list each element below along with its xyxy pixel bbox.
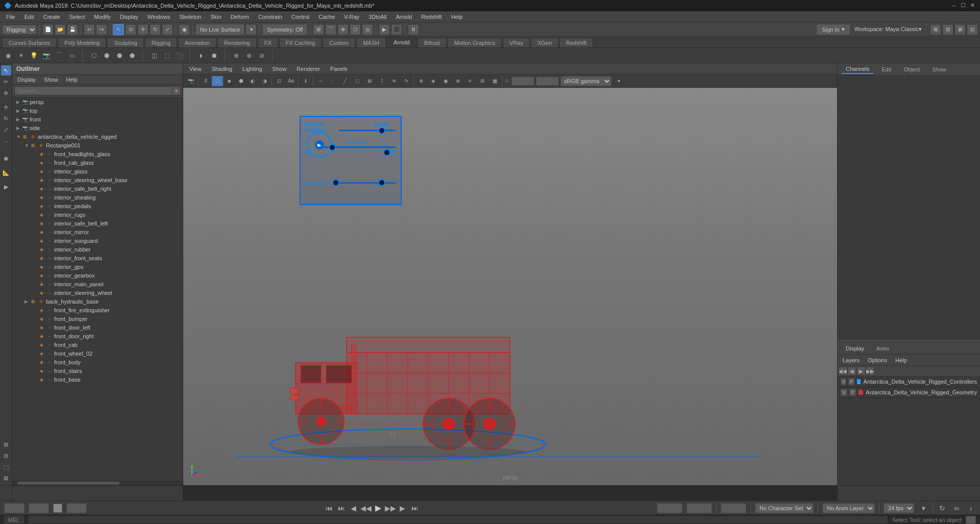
workflow-tab-custom[interactable]: Custom bbox=[323, 38, 355, 47]
save-btn[interactable]: 💾 bbox=[67, 24, 78, 35]
tree-item[interactable]: ◈→interior_pedals bbox=[12, 202, 183, 210]
vp-wire-btn[interactable]: ⬡ bbox=[212, 76, 223, 86]
layer-p-btn-1[interactable]: P bbox=[848, 378, 854, 385]
no-character-select[interactable]: No Character Set bbox=[755, 503, 814, 513]
tree-item[interactable]: ◈→interior_sheating bbox=[12, 193, 183, 202]
tree-item[interactable]: ▶📷persp bbox=[12, 97, 183, 106]
pause-btn[interactable]: ⏸ bbox=[408, 24, 419, 35]
menu-item-3dtoall[interactable]: 3DtoAll bbox=[364, 13, 390, 21]
vp-menu-panels[interactable]: Panels bbox=[326, 65, 352, 73]
outliner-tree[interactable]: ▶📷persp▶📷top▶📷front▶📷side▼⊞⊛antarctica_d… bbox=[12, 97, 183, 481]
layer-btn-4[interactable]: ⊠ bbox=[1, 473, 11, 483]
playback-prev-prev-btn[interactable]: ⏮ bbox=[324, 503, 334, 513]
render-btn[interactable]: ▶ bbox=[379, 24, 390, 35]
menu-item-display[interactable]: Display bbox=[116, 13, 142, 21]
vp-shadow-btn[interactable]: ◈ bbox=[428, 76, 439, 86]
vp-face-btn[interactable]: ◻ bbox=[352, 76, 363, 86]
vp-solid-btn[interactable]: ■ bbox=[224, 76, 235, 86]
layer-v-btn-2[interactable]: V bbox=[841, 389, 847, 396]
menu-item-v-ray[interactable]: V-Ray bbox=[340, 13, 363, 21]
menu-item-skeleton[interactable]: Skeleton bbox=[175, 13, 205, 21]
workflow-tab-sculpting[interactable]: Sculpting bbox=[107, 38, 143, 47]
tree-item[interactable]: ◈→interior_mirror bbox=[12, 228, 183, 236]
playback-play-btn[interactable]: ▶ bbox=[373, 503, 383, 513]
tree-expand-arrow[interactable]: ▼ bbox=[24, 143, 30, 148]
command-input[interactable] bbox=[28, 515, 888, 524]
soft-select-btn[interactable]: ◉ bbox=[179, 24, 190, 35]
vp-edge-btn[interactable]: ╱ bbox=[339, 76, 351, 86]
sign-in-dropdown[interactable]: ▾ bbox=[842, 26, 845, 33]
workflow-tab-redshift[interactable]: Redshift bbox=[559, 38, 593, 47]
tree-item[interactable]: ◈→front_door_right bbox=[12, 332, 183, 340]
tree-item[interactable]: ◈→front_stairs bbox=[12, 366, 183, 375]
workflow-tab-motion-graphics[interactable]: Motion Graphics bbox=[448, 38, 502, 47]
menu-item-skin[interactable]: Skin bbox=[206, 13, 225, 21]
tree-item[interactable]: ◈→interior_main_panel bbox=[12, 280, 183, 288]
tree-item[interactable]: ▶⊞⊛back_hydraulic_base bbox=[12, 297, 183, 306]
vp-menu-shading[interactable]: Shading bbox=[208, 65, 236, 73]
menu-item-redshift[interactable]: Redshift bbox=[417, 13, 446, 21]
tree-item[interactable]: ◈→interior_rubber bbox=[12, 245, 183, 254]
viewport-canvas[interactable]: wheels rotation ▶ turns left fron door r… bbox=[183, 88, 837, 485]
surface-icon-btn[interactable]: ▭ bbox=[66, 49, 78, 62]
redo-btn[interactable]: ↪ bbox=[96, 24, 107, 35]
close-btn[interactable]: ✕ bbox=[969, 2, 976, 9]
tree-expand-arrow[interactable]: ▶ bbox=[16, 99, 21, 105]
search-dropdown-btn[interactable]: ▾ bbox=[173, 86, 181, 95]
outliner-menu-help[interactable]: Help bbox=[63, 76, 81, 83]
tab-edit[interactable]: Edit bbox=[877, 65, 895, 73]
vp-hudshow-btn[interactable]: ▦ bbox=[489, 76, 500, 86]
mel-label[interactable]: MEL bbox=[4, 515, 24, 524]
curve-icon-btn[interactable]: ⌒ bbox=[53, 49, 65, 62]
playback-next-frame-btn[interactable]: ▶ bbox=[398, 503, 408, 513]
lasso-btn[interactable]: ⊙ bbox=[125, 24, 136, 35]
new-scene-btn[interactable]: 📄 bbox=[42, 24, 54, 35]
options-menu[interactable]: Options bbox=[865, 357, 890, 364]
tree-item[interactable]: ◈→front_cab bbox=[12, 340, 183, 349]
layout-btn-2[interactable]: ⊟ bbox=[942, 24, 953, 35]
workflow-tab-mash[interactable]: MASH bbox=[356, 38, 386, 47]
workflow-tab-bifrost[interactable]: Bifrost bbox=[418, 38, 447, 47]
vp-menu-show[interactable]: Show bbox=[268, 65, 291, 73]
frame-start-input[interactable]: 1 bbox=[4, 503, 24, 513]
range-start-input[interactable]: 120 bbox=[657, 503, 682, 513]
layout-btn-1[interactable]: ⊞ bbox=[930, 24, 941, 35]
hud-backdoor-handle[interactable] bbox=[332, 179, 339, 186]
hud-stair-handle[interactable] bbox=[378, 179, 385, 186]
hud-door-right-handle[interactable] bbox=[383, 149, 390, 156]
outliner-menu-show[interactable]: Show bbox=[41, 76, 61, 83]
menu-item-deform[interactable]: Deform bbox=[227, 13, 253, 21]
menu-item-windows[interactable]: Windows bbox=[143, 13, 175, 21]
scale-btn[interactable]: ⤢ bbox=[162, 24, 173, 35]
hud-door-left-handle[interactable] bbox=[329, 144, 336, 151]
vp-uvs-btn[interactable]: ⊠ bbox=[364, 76, 375, 86]
menu-item-help[interactable]: Help bbox=[447, 13, 467, 21]
soft-select-left[interactable]: ◉ bbox=[1, 153, 11, 163]
layers-menu[interactable]: Layers bbox=[840, 357, 863, 364]
tree-item[interactable]: ◈→interior_sunguard bbox=[12, 236, 183, 245]
tree-item[interactable]: ◈→interior_steering_wheel bbox=[12, 288, 183, 297]
ipr-btn[interactable]: ⬛ bbox=[391, 24, 402, 35]
camera2-icon-btn[interactable]: 📷 bbox=[40, 49, 53, 62]
range-end-input[interactable]: 120 bbox=[687, 503, 712, 513]
vp-hud-btn[interactable]: ℹ bbox=[300, 76, 311, 86]
workflow-tab-poly-modeling[interactable]: Poly Modeling bbox=[58, 38, 106, 47]
cycle-btn[interactable]: ↻ bbox=[937, 503, 947, 513]
snap-live-btn[interactable]: ◎ bbox=[362, 24, 373, 35]
color-space-select[interactable]: sRGB gamma bbox=[560, 76, 611, 86]
audio-btn[interactable]: ♪ bbox=[966, 503, 976, 513]
snap-point-btn[interactable]: ⊕ bbox=[337, 24, 349, 35]
vp-pt-btn[interactable]: · bbox=[327, 76, 338, 86]
layer-btn-3[interactable]: ⬚ bbox=[1, 462, 11, 472]
vp-cs-btn[interactable]: ▾ bbox=[613, 76, 624, 86]
tree-item[interactable]: ◈→interior_front_seats bbox=[12, 254, 183, 262]
vp-grease-btn[interactable]: ✎ bbox=[401, 76, 412, 86]
mode-select[interactable]: Rigging bbox=[2, 24, 37, 35]
layer-v-btn-1[interactable]: V bbox=[841, 378, 846, 385]
menu-item-edit[interactable]: Edit bbox=[20, 13, 38, 21]
vp-menu-lighting[interactable]: Lighting bbox=[238, 65, 266, 73]
layout-btn-3[interactable]: ⊠ bbox=[954, 24, 966, 35]
rotate-tool[interactable]: ↻ bbox=[1, 113, 11, 123]
tree-item[interactable]: ◈→front_door_left bbox=[12, 323, 183, 332]
tree-expand-arrow[interactable]: ▼ bbox=[16, 134, 21, 139]
